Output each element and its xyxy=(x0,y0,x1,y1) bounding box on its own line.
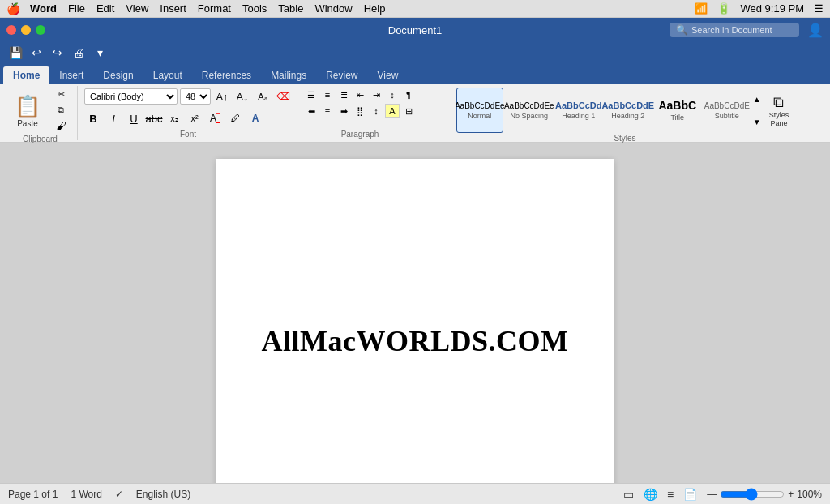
align-left-button[interactable]: ⬅ xyxy=(304,104,319,118)
gallery-down-button[interactable]: ▼ xyxy=(753,117,761,126)
zoom-control: — + 100% xyxy=(707,488,822,501)
minimize-button[interactable] xyxy=(21,25,31,35)
highlight-button[interactable]: 🖊 xyxy=(226,109,244,127)
language[interactable]: English (US) xyxy=(136,489,190,500)
menu-window[interactable]: Window xyxy=(314,2,352,15)
document-content[interactable]: AllMacWORLDS.COM xyxy=(262,324,569,358)
proofing-icon[interactable]: ✓ xyxy=(115,489,123,500)
tab-insert[interactable]: Insert xyxy=(49,66,93,84)
style-title[interactable]: AaBbC Title xyxy=(654,88,701,133)
menu-file[interactable]: File xyxy=(68,2,85,15)
underline-button[interactable]: U xyxy=(125,109,143,127)
menu-bar-right: 📶 🔋 Wed 9:19 PM ☰ xyxy=(695,2,824,15)
tab-references[interactable]: References xyxy=(192,66,261,84)
tab-home[interactable]: Home xyxy=(3,66,49,84)
menu-bar: 🍎 Word File Edit View Insert Format Tool… xyxy=(0,0,830,18)
paste-button[interactable]: 📋 Paste xyxy=(8,91,47,131)
gallery-up-button[interactable]: ▲ xyxy=(753,95,761,104)
superscript-button[interactable]: x² xyxy=(186,109,203,127)
line-spacing-button[interactable]: ↕ xyxy=(369,104,383,118)
redo-button[interactable]: ↪ xyxy=(49,44,66,62)
style-no-spacing[interactable]: AaBbCcDdEe No Spacing xyxy=(506,88,553,133)
menu-help[interactable]: Help xyxy=(364,2,386,15)
sort-button[interactable]: ↕ xyxy=(385,88,400,102)
align-right-button[interactable]: ➡ xyxy=(336,104,351,118)
quick-access-toolbar: 💾 ↩ ↪ 🖨 ▾ xyxy=(0,42,830,63)
italic-button[interactable]: I xyxy=(105,109,122,127)
tab-layout[interactable]: Layout xyxy=(143,66,192,84)
decrease-font-button[interactable]: A↓ xyxy=(233,88,251,105)
zoom-out-button[interactable]: — xyxy=(707,489,717,500)
tab-mailings[interactable]: Mailings xyxy=(261,66,316,84)
zoom-in-button[interactable]: + xyxy=(788,489,794,500)
font-color-button[interactable]: A‾ xyxy=(206,109,224,127)
paragraph-controls: ☰ ≡ ≣ ⇤ ⇥ ↕ ¶ ⬅ ≡ ➡ ⣿ ↕ A ⊞ xyxy=(304,88,416,129)
bold-button[interactable]: B xyxy=(84,109,102,127)
subscript-button[interactable]: x₂ xyxy=(165,109,183,127)
paragraph-group: ☰ ≡ ≣ ⇤ ⇥ ↕ ¶ ⬅ ≡ ➡ ⣿ ↕ A ⊞ Paragraph xyxy=(299,86,421,140)
menu-edit[interactable]: Edit xyxy=(96,2,114,15)
align-center-button[interactable]: ≡ xyxy=(320,104,335,118)
maximize-button[interactable] xyxy=(36,25,45,35)
style-nospacing-preview: AaBbCcDdEe xyxy=(504,101,554,110)
style-subtitle[interactable]: AaBbCcDdE Subtitle xyxy=(704,88,751,133)
more-button[interactable]: ▾ xyxy=(91,44,109,62)
view-normal-icon[interactable]: ▭ xyxy=(623,488,634,501)
strikethrough-button[interactable]: abc xyxy=(145,109,163,127)
print-button[interactable]: 🖨 xyxy=(70,44,88,62)
styles-pane-label: Styles Pane xyxy=(769,111,789,127)
format-painter-button[interactable]: 🖌 xyxy=(49,118,72,134)
menu-format[interactable]: Format xyxy=(198,2,231,15)
apple-menu[interactable]: 🍎 xyxy=(6,2,20,15)
style-h2-label: Heading 2 xyxy=(611,112,644,120)
menu-tools[interactable]: Tools xyxy=(242,2,267,15)
paste-icon: 📋 xyxy=(15,94,41,119)
clipboard-label: Clipboard xyxy=(23,135,58,143)
menu-word[interactable]: Word xyxy=(30,2,57,15)
user-icon[interactable]: 👤 xyxy=(807,23,824,38)
font-size-select[interactable]: 48 xyxy=(180,88,211,105)
view-web-icon[interactable]: 🌐 xyxy=(644,488,657,501)
menu-view[interactable]: View xyxy=(126,2,148,15)
undo-button[interactable]: ↩ xyxy=(28,44,45,62)
ribbon-content: 📋 Paste ✂ ⧉ 🖌 Clipboard Calibri (Body) 4… xyxy=(0,84,830,143)
change-case-button[interactable]: Aₐ xyxy=(254,88,272,105)
close-button[interactable] xyxy=(6,25,16,35)
view-draft-icon[interactable]: 📄 xyxy=(683,488,697,501)
style-heading2[interactable]: AaBbCcDdE Heading 2 xyxy=(605,88,652,133)
shading-button[interactable]: A xyxy=(385,104,400,118)
document-page[interactable]: AllMacWORLDS.COM xyxy=(216,159,614,483)
paste-label: Paste xyxy=(17,119,38,128)
bullets-button[interactable]: ☰ xyxy=(304,88,319,102)
style-normal-label: Normal xyxy=(468,112,491,120)
battery-icon: 🔋 xyxy=(717,2,730,15)
multilevel-button[interactable]: ≣ xyxy=(336,88,351,102)
tab-review[interactable]: Review xyxy=(316,66,367,84)
search-in-doc-box[interactable]: 🔍 Search in Document xyxy=(670,23,799,37)
style-normal-preview: AaBbCcDdEe xyxy=(456,101,505,110)
view-outline-icon[interactable]: ≡ xyxy=(667,488,674,501)
styles-controls: AaBbCcDdEe Normal AaBbCcDdEe No Spacing … xyxy=(456,88,794,133)
styles-pane-button[interactable]: ⧉ Styles Pane xyxy=(764,91,794,130)
increase-font-button[interactable]: A↑ xyxy=(213,88,231,105)
tab-design[interactable]: Design xyxy=(93,66,143,84)
menu-insert[interactable]: Insert xyxy=(160,2,186,15)
decrease-indent-button[interactable]: ⇤ xyxy=(353,88,367,102)
font-family-select[interactable]: Calibri (Body) xyxy=(84,88,178,105)
style-normal[interactable]: AaBbCcDdEe Normal xyxy=(456,88,503,133)
style-heading1[interactable]: AaBbCcDd Heading 1 xyxy=(555,88,602,133)
show-marks-button[interactable]: ¶ xyxy=(401,88,416,102)
cut-button[interactable]: ✂ xyxy=(49,88,72,101)
document-area[interactable]: AllMacWORLDS.COM xyxy=(0,143,830,483)
zoom-slider[interactable] xyxy=(720,488,785,501)
copy-button[interactable]: ⧉ xyxy=(49,103,72,117)
borders-button[interactable]: ⊞ xyxy=(401,104,416,118)
numbering-button[interactable]: ≡ xyxy=(320,88,335,102)
increase-indent-button[interactable]: ⇥ xyxy=(369,88,383,102)
menu-table[interactable]: Table xyxy=(278,2,303,15)
text-effects-button[interactable]: A xyxy=(246,109,264,127)
save-button[interactable]: 💾 xyxy=(6,44,24,62)
clear-format-button[interactable]: ⌫ xyxy=(274,88,292,105)
tab-view[interactable]: View xyxy=(368,66,409,84)
justify-button[interactable]: ⣿ xyxy=(353,104,367,118)
